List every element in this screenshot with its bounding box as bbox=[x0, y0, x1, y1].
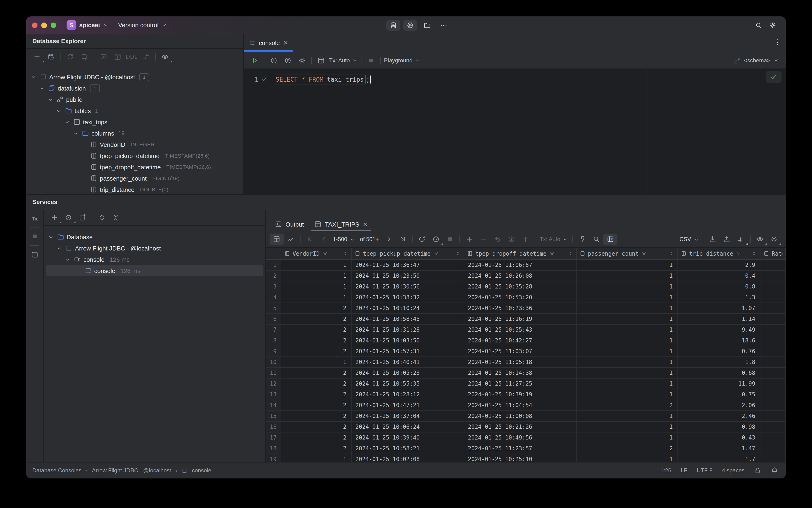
last-page-button[interactable] bbox=[396, 234, 410, 245]
previous-page-button[interactable] bbox=[317, 234, 331, 245]
breadcrumb-leaf[interactable]: console bbox=[192, 467, 212, 474]
grid-cell[interactable]: 2024-01-25 10:55:43 bbox=[464, 325, 577, 335]
grid-cell[interactable] bbox=[760, 282, 786, 292]
row-number[interactable]: 10 bbox=[266, 357, 281, 367]
expand-all-button[interactable] bbox=[95, 212, 109, 223]
grid-cell[interactable]: 9.49 bbox=[678, 325, 760, 335]
grid-cell[interactable]: 2024-01-25 10:58:45 bbox=[352, 314, 464, 324]
view-as-table-button[interactable] bbox=[314, 55, 328, 66]
export-data-button[interactable] bbox=[720, 234, 734, 245]
row-number[interactable]: 16 bbox=[266, 422, 281, 432]
grid-cell[interactable]: 2024-01-25 11:16:19 bbox=[464, 314, 577, 324]
grid-cell[interactable]: 2 bbox=[577, 443, 678, 454]
more-actions-button[interactable]: ⋯ bbox=[437, 19, 451, 31]
grid-cell[interactable]: 1 bbox=[577, 411, 678, 421]
console-settings-button[interactable] bbox=[295, 55, 309, 66]
grid-cell[interactable]: 2 bbox=[281, 368, 352, 378]
row-number[interactable]: 8 bbox=[266, 335, 281, 346]
grid-cell[interactable]: 2024-01-25 10:39:19 bbox=[464, 389, 577, 399]
disconnect-button[interactable] bbox=[77, 51, 91, 62]
open-table-button[interactable] bbox=[110, 51, 125, 62]
services-item-arrow-flight-jdbc-localhost[interactable]: Arrow Flight JDBC - @localhost bbox=[44, 243, 265, 254]
grid-cell[interactable]: 1 bbox=[577, 282, 678, 292]
grid-cell[interactable]: 2 bbox=[281, 411, 352, 421]
grid-cell[interactable] bbox=[760, 271, 786, 281]
add-service-button[interactable] bbox=[47, 212, 61, 223]
grid-cell[interactable]: 2024-01-25 10:31:28 bbox=[352, 325, 464, 335]
grid-cell[interactable]: 11.99 bbox=[678, 379, 760, 389]
sort-arrows-icon[interactable] bbox=[342, 251, 348, 257]
grid-cell[interactable]: 1.47 bbox=[678, 443, 760, 454]
grid-cell[interactable]: 0.43 bbox=[678, 432, 760, 443]
refresh-button[interactable] bbox=[63, 51, 77, 62]
grid-cell[interactable]: 1 bbox=[577, 303, 678, 313]
explain-plan-button[interactable] bbox=[281, 55, 295, 66]
row-number[interactable]: 11 bbox=[266, 368, 281, 378]
reload-page-button[interactable] bbox=[415, 234, 429, 245]
grid-cell[interactable]: 2024-01-25 11:00:08 bbox=[464, 411, 577, 421]
row-number[interactable]: 2 bbox=[266, 271, 281, 281]
grid-cell[interactable]: 2 bbox=[281, 303, 352, 313]
row-number[interactable]: 4 bbox=[266, 292, 281, 302]
chevron-down-icon[interactable] bbox=[31, 74, 37, 80]
inspection-widget[interactable] bbox=[766, 71, 781, 83]
notifications-bell-icon[interactable] bbox=[771, 467, 778, 474]
delete-row-button[interactable] bbox=[476, 234, 490, 245]
filter-funnel-icon[interactable] bbox=[735, 251, 742, 257]
row-number[interactable]: 1 bbox=[266, 260, 281, 270]
grid-cell[interactable]: 1 bbox=[577, 454, 678, 462]
row-number[interactable]: 13 bbox=[266, 389, 281, 399]
show-options-button[interactable] bbox=[61, 212, 76, 223]
grid-cell[interactable]: 2 bbox=[281, 443, 352, 454]
chevron-down-icon[interactable] bbox=[56, 245, 62, 251]
services-item-console[interactable]: console126 ms bbox=[46, 265, 263, 276]
pin-tab-button[interactable] bbox=[575, 234, 589, 245]
stop-process-button[interactable] bbox=[28, 231, 42, 242]
grid-cell[interactable] bbox=[760, 357, 786, 367]
close-window-button[interactable] bbox=[32, 22, 38, 28]
grid-cell[interactable]: 2 bbox=[281, 325, 352, 335]
grid-cell[interactable]: 1 bbox=[577, 422, 678, 432]
grid-cell[interactable]: 1 bbox=[281, 282, 352, 292]
stop-button[interactable] bbox=[364, 55, 378, 66]
grid-cell[interactable]: 2024-01-25 10:40:41 bbox=[352, 357, 464, 367]
grid-cell[interactable]: 1.3 bbox=[678, 292, 760, 302]
schema-select[interactable]: <schema> bbox=[734, 56, 779, 64]
grid-cell[interactable] bbox=[760, 432, 786, 443]
grid-cell[interactable]: 1 bbox=[281, 292, 352, 302]
filter-funnel-icon[interactable] bbox=[322, 251, 328, 257]
add-row-button[interactable] bbox=[462, 234, 476, 245]
row-number[interactable]: 5 bbox=[266, 303, 281, 313]
breadcrumb-root[interactable]: Database Consoles bbox=[32, 467, 81, 474]
grid-cell[interactable]: 1 bbox=[281, 260, 352, 270]
filter-panel-button[interactable] bbox=[603, 234, 618, 245]
grid-cell[interactable]: 2.06 bbox=[678, 400, 760, 411]
grid-cell[interactable]: 1 bbox=[577, 271, 678, 281]
view-options-button[interactable] bbox=[158, 51, 172, 62]
transfer-data-button[interactable] bbox=[734, 234, 748, 245]
grid-cell[interactable]: 2024-01-25 11:04:54 bbox=[464, 400, 577, 411]
row-number[interactable]: 12 bbox=[266, 379, 281, 389]
grid-cell[interactable]: 1 bbox=[577, 346, 678, 356]
goto-datasource-button[interactable] bbox=[139, 51, 153, 62]
grid-tx-mode-select[interactable]: Tx: Auto bbox=[540, 236, 568, 243]
layout-button[interactable] bbox=[28, 249, 42, 260]
project-menu[interactable]: spiceai bbox=[79, 22, 100, 29]
grid-cell[interactable]: 1 bbox=[281, 357, 352, 367]
explorer-item-public[interactable]: public bbox=[26, 94, 243, 105]
next-page-button[interactable] bbox=[381, 234, 396, 245]
grid-cell[interactable] bbox=[760, 292, 786, 302]
row-number[interactable]: 17 bbox=[266, 432, 281, 443]
grid-cell[interactable]: 2024-01-25 11:23:57 bbox=[464, 443, 577, 454]
grid-cell[interactable]: 1.8 bbox=[678, 357, 760, 367]
chart-view-button[interactable] bbox=[284, 234, 298, 245]
indent-setting[interactable]: 4 spaces bbox=[722, 467, 745, 474]
search-icon[interactable] bbox=[755, 22, 762, 29]
grid-cell[interactable]: 2024-01-25 11:06:57 bbox=[464, 260, 577, 270]
writable-lock-icon[interactable] bbox=[754, 467, 761, 474]
tab-options-icon[interactable]: ⋮ bbox=[774, 38, 781, 46]
grid-cell[interactable]: 2024-01-25 10:53:20 bbox=[464, 292, 577, 302]
minimize-window-button[interactable] bbox=[41, 22, 47, 28]
row-number[interactable]: 7 bbox=[266, 325, 281, 335]
explorer-item-arrow-flight-jdbc-localhost[interactable]: Arrow Flight JDBC - @localhost1 bbox=[26, 71, 243, 83]
